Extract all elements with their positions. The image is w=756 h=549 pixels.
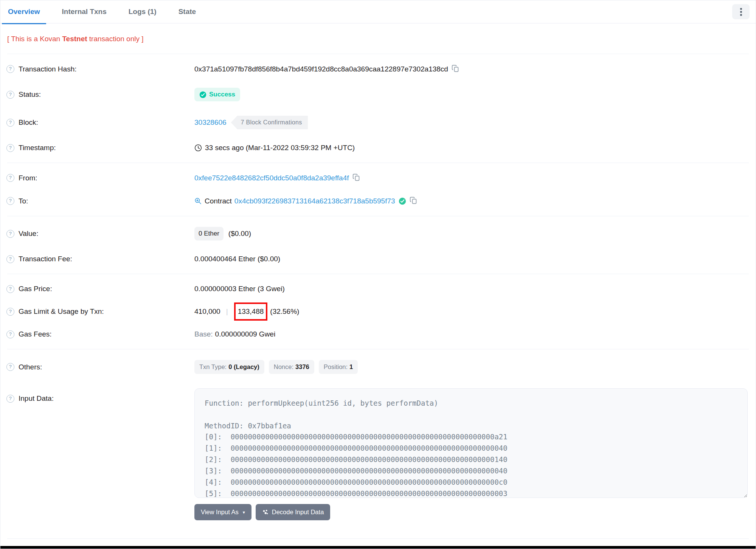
row-transaction-fee: ? Transaction Fee: 0.000400464 Ether ($0… <box>6 248 750 270</box>
clock-icon <box>194 144 202 152</box>
testnet-notice: [ This is a Kovan Testnet transaction on… <box>7 35 750 43</box>
value-ether-badge: 0 Ether <box>194 227 224 240</box>
verified-check-icon <box>399 197 406 205</box>
transaction-hash-value: 0x371a51097fb78df856f8b4a7bd459f192d8cc8… <box>194 65 448 73</box>
kebab-icon <box>740 8 742 16</box>
group-others-input: ? Others: Txn Type:0 (Legacy) Nonce:3376… <box>6 349 750 531</box>
gas-used-percent: (32.56%) <box>270 307 299 316</box>
tab-overview[interactable]: Overview <box>2 0 46 24</box>
others-label: Others: <box>19 363 42 371</box>
view-input-as-button[interactable]: View Input As ▾ <box>194 504 251 520</box>
copy-transaction-hash-button[interactable] <box>452 65 459 73</box>
group-overview-top: ? Transaction Hash: 0x371a51097fb78df856… <box>6 54 750 163</box>
row-gas-fees: ? Gas Fees: Base: 0.000000009 Gwei <box>6 323 750 346</box>
to-label: To: <box>19 197 28 205</box>
gas-fees-label: Gas Fees: <box>19 330 52 338</box>
to-contract-word: Contract <box>205 197 232 205</box>
copy-icon <box>352 174 360 182</box>
group-gas: ? Gas Price: 0.000000003 Ether (3 Gwei) … <box>6 274 750 349</box>
row-status: ? Status: Success <box>6 81 750 109</box>
gas-fees-base-label: Base: <box>194 330 213 338</box>
help-icon[interactable]: ? <box>6 330 14 338</box>
row-timestamp: ? Timestamp: 33 secs ago (Mar-11-2022 03… <box>6 136 750 159</box>
divider <box>7 538 749 539</box>
gas-limit-label: Gas Limit & Usage by Txn: <box>19 307 104 316</box>
help-icon[interactable]: ? <box>6 308 14 316</box>
timestamp-label: Timestamp: <box>19 144 56 152</box>
notice-suffix: transaction only ] <box>87 35 144 43</box>
tab-bar: Overview Internal Txns Logs (1) State <box>0 0 756 23</box>
status-badge: Success <box>194 88 240 101</box>
input-data-label: Input Data: <box>19 394 54 403</box>
row-from: ? From: 0xfee7522e8482682cf50ddc50a0f8da… <box>6 166 750 189</box>
copy-icon <box>452 65 459 73</box>
copy-from-address-button[interactable] <box>352 174 360 182</box>
row-block: ? Block: 30328606 7 Block Confirmations <box>6 109 750 136</box>
tab-internal-txns[interactable]: Internal Txns <box>56 0 113 24</box>
block-confirmations-badge: 7 Block Confirmations <box>231 116 308 129</box>
from-label: From: <box>19 174 37 182</box>
decode-input-data-button[interactable]: Decode Input Data <box>256 504 331 520</box>
help-icon[interactable]: ? <box>6 144 14 152</box>
position-key: Position: <box>324 363 348 370</box>
nonce-badge: Nonce:3376 <box>269 360 314 374</box>
nonce-key: Nonce: <box>274 363 293 370</box>
row-gas-limit-usage: ? Gas Limit & Usage by Txn: 410,000 | 13… <box>6 300 750 323</box>
gas-limit-value: 410,000 <box>194 307 220 316</box>
block-label: Block: <box>19 118 38 127</box>
copy-icon <box>410 197 417 205</box>
row-to: ? To: Contract 0x4cb093f226983713164a621… <box>6 189 750 212</box>
row-value: ? Value: 0 Ether ($0.00) <box>6 220 750 248</box>
row-transaction-hash: ? Transaction Hash: 0x371a51097fb78df856… <box>6 57 750 81</box>
magnifier-plus-icon[interactable] <box>194 197 202 205</box>
help-icon[interactable]: ? <box>6 91 14 99</box>
position-badge: Position:1 <box>319 360 358 374</box>
transaction-fee-value: 0.000400464 Ether ($0.00) <box>194 255 280 263</box>
gas-used-value: 133,488 <box>238 307 264 315</box>
gas-price-value: 0.000000003 Ether (3 Gwei) <box>194 285 285 293</box>
value-label: Value: <box>19 230 38 238</box>
help-icon[interactable]: ? <box>6 174 14 182</box>
group-from-to: ? From: 0xfee7522e8482682cf50ddc50a0f8da… <box>6 163 750 216</box>
gas-fees-base-value: 0.000000009 Gwei <box>215 330 276 338</box>
help-icon[interactable]: ? <box>6 119 14 127</box>
gas-separator: | <box>226 307 228 316</box>
txn-type-value: 0 (Legacy) <box>228 363 259 370</box>
group-value-fee: ? Value: 0 Ether ($0.00) ? Transaction F… <box>6 216 750 274</box>
transaction-hash-label: Transaction Hash: <box>19 65 76 73</box>
help-icon[interactable]: ? <box>6 363 14 371</box>
value-usd: ($0.00) <box>228 230 251 238</box>
tab-logs[interactable]: Logs (1) <box>123 0 163 24</box>
help-icon[interactable]: ? <box>6 197 14 205</box>
help-icon[interactable]: ? <box>6 65 14 73</box>
row-others: ? Others: Txn Type:0 (Legacy) Nonce:3376… <box>6 353 750 381</box>
txn-type-badge: Txn Type:0 (Legacy) <box>194 360 264 374</box>
annotation-highlight-box: 133,488 <box>234 302 268 321</box>
help-icon[interactable]: ? <box>6 230 14 238</box>
tabs: Overview Internal Txns Logs (1) State <box>2 0 212 24</box>
transaction-fee-label: Transaction Fee: <box>19 255 72 263</box>
help-icon[interactable]: ? <box>6 255 14 263</box>
view-input-as-label: View Input As <box>201 509 239 516</box>
row-gas-price: ? Gas Price: 0.000000003 Ether (3 Gwei) <box>6 278 750 300</box>
status-label: Status: <box>19 90 41 99</box>
bottom-black-bar <box>0 546 756 549</box>
chevron-down-icon: ▾ <box>243 510 245 515</box>
decode-input-data-label: Decode Input Data <box>272 509 324 516</box>
tab-state[interactable]: State <box>172 0 202 24</box>
nonce-value: 3376 <box>295 363 309 370</box>
notice-bold: Testnet <box>62 35 87 43</box>
timestamp-value: 33 secs ago (Mar-11-2022 03:59:32 PM +UT… <box>205 144 355 152</box>
more-options-button[interactable] <box>732 4 750 19</box>
decode-icon <box>262 509 269 515</box>
input-data-textarea[interactable]: Function: performUpkeep(uint256 id, byte… <box>194 388 748 498</box>
position-value: 1 <box>349 363 353 370</box>
status-value: Success <box>209 91 235 98</box>
block-number-link[interactable]: 30328606 <box>194 118 227 127</box>
from-address-link[interactable]: 0xfee7522e8482682cf50ddc50a0f8da2a39effa… <box>194 174 349 182</box>
to-address-link[interactable]: 0x4cb093f226983713164a62138c3f718a5b595f… <box>234 197 395 205</box>
copy-to-address-button[interactable] <box>410 197 417 205</box>
help-icon[interactable]: ? <box>6 285 14 293</box>
help-icon[interactable]: ? <box>6 395 14 403</box>
txn-type-key: Txn Type: <box>199 363 227 370</box>
